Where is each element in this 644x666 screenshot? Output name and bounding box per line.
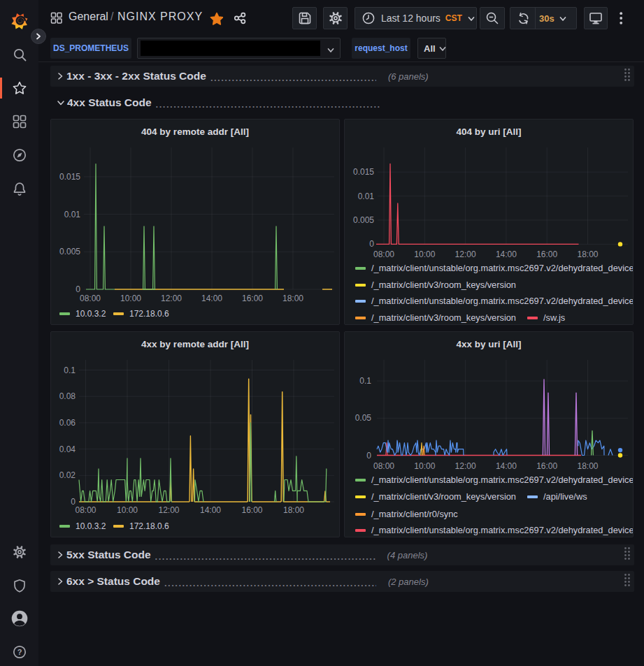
svg-text:08:00: 08:00 (373, 461, 394, 471)
svg-text:10:00: 10:00 (117, 505, 138, 515)
svg-text:0.01: 0.01 (64, 210, 81, 219)
svg-text:0.08: 0.08 (59, 391, 76, 401)
svg-text:10:00: 10:00 (414, 461, 435, 471)
svg-text:14:00: 14:00 (496, 461, 517, 471)
svg-text:12:00: 12:00 (455, 249, 476, 259)
svg-text:12:00: 12:00 (158, 505, 179, 515)
svg-text:18:00: 18:00 (282, 294, 303, 303)
svg-text:14:00: 14:00 (201, 294, 222, 303)
svg-text:0.005: 0.005 (353, 215, 374, 225)
svg-text:0.015: 0.015 (59, 172, 80, 182)
svg-text:08:00: 08:00 (75, 505, 96, 515)
svg-text:14:00: 14:00 (200, 505, 221, 515)
svg-text:0.1: 0.1 (359, 376, 371, 386)
svg-text:14:00: 14:00 (496, 249, 517, 259)
svg-text:0: 0 (369, 239, 374, 249)
svg-text:0.06: 0.06 (59, 418, 76, 428)
svg-text:0.04: 0.04 (59, 444, 76, 454)
svg-text:?: ? (17, 648, 22, 656)
svg-text:0.01: 0.01 (358, 191, 375, 201)
svg-text:18:00: 18:00 (577, 461, 598, 471)
svg-text:0.005: 0.005 (59, 247, 80, 256)
svg-text:0: 0 (71, 497, 76, 507)
svg-text:0: 0 (76, 284, 80, 294)
svg-text:12:00: 12:00 (455, 461, 476, 471)
svg-text:16:00: 16:00 (536, 461, 557, 471)
svg-text:0.02: 0.02 (59, 470, 76, 480)
svg-text:0: 0 (366, 451, 371, 461)
svg-text:18:00: 18:00 (283, 505, 304, 515)
svg-text:16:00: 16:00 (241, 505, 262, 515)
svg-text:0.015: 0.015 (353, 167, 374, 177)
svg-text:16:00: 16:00 (242, 294, 263, 303)
svg-text:08:00: 08:00 (80, 294, 101, 303)
svg-text:10:00: 10:00 (120, 294, 141, 303)
svg-text:10:00: 10:00 (414, 249, 435, 259)
svg-text:16:00: 16:00 (536, 249, 557, 259)
svg-text:0.05: 0.05 (355, 413, 372, 423)
svg-text:12:00: 12:00 (161, 294, 182, 303)
svg-text:0.1: 0.1 (64, 365, 76, 375)
svg-text:18:00: 18:00 (577, 249, 598, 259)
svg-text:08:00: 08:00 (373, 249, 394, 259)
